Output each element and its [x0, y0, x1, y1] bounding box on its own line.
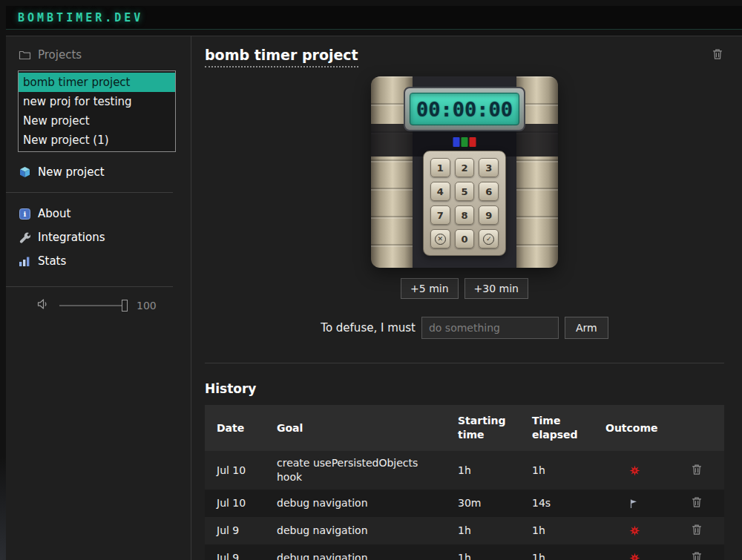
history-outcome-cell	[594, 490, 681, 517]
bomb-timer-digits: 00:00:00	[416, 98, 513, 121]
history-goal-cell: create usePersistedObjects hook	[265, 451, 446, 490]
keypad-key-5[interactable]: 5	[455, 182, 475, 201]
bomb-wires	[453, 137, 476, 147]
volume-value: 100	[137, 300, 157, 312]
delete-history-row-button[interactable]	[690, 550, 703, 560]
history-row: Jul 10debug navigation30m14s	[205, 490, 724, 517]
history-start-cell: 1h	[446, 451, 520, 490]
volume-slider[interactable]	[59, 300, 128, 312]
defuse-goal-input[interactable]	[421, 317, 559, 339]
projects-header: Projects	[18, 48, 182, 62]
keypad-key-1[interactable]: 1	[430, 158, 450, 177]
delete-history-row-button[interactable]	[690, 462, 703, 477]
stats-label: Stats	[38, 254, 66, 268]
keypad-key-3[interactable]: 3	[479, 158, 499, 177]
trash-icon	[692, 464, 702, 475]
brand-logo: BOMBTIMER.DEV	[18, 11, 143, 24]
blue-wire	[453, 137, 460, 147]
speaker-icon	[37, 299, 50, 312]
keypad-key-4[interactable]: 4	[430, 182, 450, 201]
arm-button[interactable]: Arm	[565, 317, 608, 339]
volume-control: 100	[18, 299, 182, 312]
trash-icon	[692, 524, 702, 536]
app-header: BOMBTIMER.DEV	[6, 6, 742, 30]
col-date: Date	[205, 405, 265, 451]
bomb-keypad: 123456789✕0✓	[423, 151, 506, 256]
history-actions-cell	[681, 490, 724, 517]
history-elapsed-cell: 1h	[520, 451, 594, 490]
keypad-key-cancel[interactable]: ✕	[430, 229, 450, 248]
new-project-button[interactable]: New project	[18, 165, 182, 179]
green-wire	[462, 137, 468, 147]
delete-history-row-button[interactable]	[690, 522, 703, 537]
integrations-label: Integrations	[38, 231, 105, 244]
col-actions	[681, 405, 724, 451]
sidebar-divider	[6, 286, 173, 287]
sidebar-item-about[interactable]: i About	[18, 202, 182, 225]
history-table: Date Goal Starting time Time elapsed Out…	[205, 405, 724, 560]
app-window: BOMBTIMER.DEV Projects bomb timer projec…	[0, 0, 742, 560]
volume-slider-handle[interactable]	[122, 300, 128, 312]
explosion-icon	[629, 465, 640, 476]
explosion-icon	[629, 525, 640, 536]
keypad-key-submit[interactable]: ✓	[479, 229, 499, 248]
history-elapsed-cell: 14s	[520, 490, 594, 517]
trash-icon	[692, 496, 702, 508]
keypad-key-6[interactable]: 6	[479, 182, 499, 201]
sidebar-item-integrations[interactable]: Integrations	[18, 225, 182, 249]
history-date-cell: Jul 9	[205, 517, 265, 544]
volume-slider-track[interactable]	[59, 305, 128, 306]
history-actions-cell	[681, 544, 724, 560]
add-30-min-button[interactable]: +30 min	[464, 278, 528, 299]
sidebar: Projects bomb timer projectnew proj for …	[6, 36, 191, 560]
project-list-item[interactable]: New project (1)	[19, 131, 175, 150]
trash-icon	[692, 551, 702, 560]
history-outcome-cell	[594, 451, 681, 490]
history-elapsed-cell: 1h	[520, 544, 594, 560]
keypad-key-0[interactable]: 0	[455, 229, 475, 248]
bar-chart-icon	[18, 256, 31, 267]
new-project-label: New project	[38, 165, 105, 179]
history-date-cell: Jul 9	[205, 544, 265, 560]
delete-history-row-button[interactable]	[690, 495, 703, 510]
add-5-min-button[interactable]: +5 min	[401, 278, 459, 299]
history-rows: Jul 10create usePersistedObjects hook1h1…	[205, 451, 724, 560]
svg-text:i: i	[23, 210, 26, 218]
projects-label: Projects	[38, 48, 82, 62]
history-start-cell: 30m	[446, 490, 520, 517]
history-goal-cell: debug navigation	[265, 544, 446, 560]
history-date-cell: Jul 10	[205, 490, 265, 517]
about-label: About	[38, 207, 70, 220]
keypad-key-9[interactable]: 9	[479, 205, 499, 225]
col-outcome: Outcome	[594, 405, 681, 451]
folder-icon	[18, 50, 31, 60]
flag-icon	[629, 498, 638, 509]
history-goal-cell: debug navigation	[265, 490, 446, 517]
keypad-key-7[interactable]: 7	[430, 205, 450, 225]
sidebar-divider	[6, 192, 173, 193]
project-list-item[interactable]: bomb timer project	[19, 73, 175, 92]
history-actions-cell	[681, 451, 724, 490]
keypad-key-2[interactable]: 2	[455, 158, 475, 177]
trash-icon	[712, 48, 723, 60]
history-outcome-cell	[594, 517, 681, 544]
history-row: Jul 9debug navigation1h1h	[205, 517, 724, 544]
bomb-lcd-display: 00:00:00	[404, 87, 525, 131]
project-listbox[interactable]: bomb timer projectnew proj for testingNe…	[18, 70, 176, 152]
page-title: bomb timer project	[205, 47, 358, 67]
wrench-icon	[18, 231, 31, 243]
history-date-cell: Jul 10	[205, 451, 265, 490]
bomb-graphic: 00:00:00 123456789✕0✓	[371, 76, 558, 268]
delete-project-button[interactable]	[711, 47, 724, 62]
sidebar-item-stats[interactable]: Stats	[18, 249, 182, 273]
project-list-item[interactable]: new proj for testing	[19, 92, 175, 111]
section-divider	[205, 363, 724, 363]
history-start-cell: 1h	[446, 544, 520, 560]
col-goal: Goal	[265, 405, 446, 451]
info-icon: i	[18, 208, 31, 220]
history-actions-cell	[681, 517, 724, 544]
keypad-key-8[interactable]: 8	[455, 205, 475, 225]
history-header-row: Date Goal Starting time Time elapsed Out…	[205, 405, 724, 451]
project-list-item[interactable]: New project	[19, 111, 175, 131]
history-row: Jul 10create usePersistedObjects hook1h1…	[205, 451, 724, 490]
